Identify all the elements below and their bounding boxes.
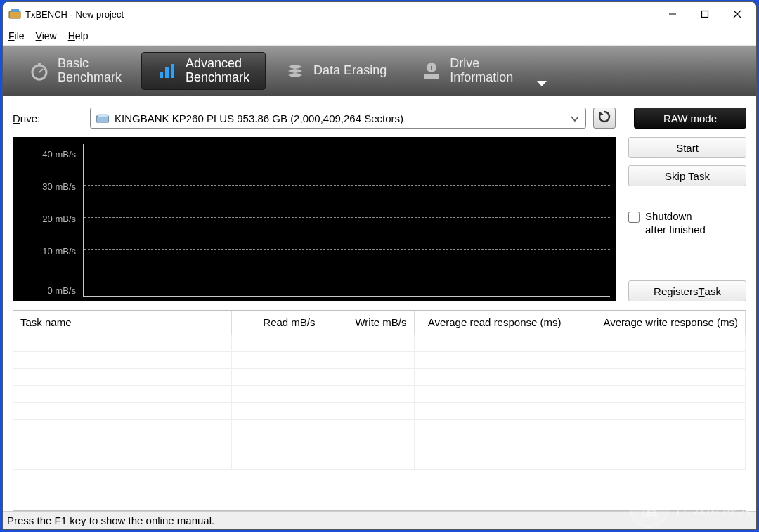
tab-advanced-benchmark[interactable]: Advanced Benchmark <box>141 52 266 90</box>
menu-file[interactable]: File <box>8 30 25 41</box>
svg-rect-16 <box>96 116 109 122</box>
titlebar: TxBENCH - New project <box>3 2 756 26</box>
table-row <box>13 436 746 453</box>
tab-basic-benchmark[interactable]: Basic Benchmark <box>14 52 137 90</box>
drive-label: Drive: <box>13 112 83 124</box>
drive-row: Drive: KINGBANK KP260 PLUS 953.86 GB (2,… <box>13 106 746 130</box>
refresh-icon <box>597 110 611 126</box>
erase-icon <box>285 61 305 81</box>
refresh-button[interactable] <box>593 108 616 129</box>
start-button[interactable]: Start <box>628 137 746 158</box>
application-window: TxBENCH - New project File View Help Bas… <box>2 1 757 530</box>
side-controls: Start Skip Task Shutdown after finished … <box>628 137 746 301</box>
bar-chart-icon <box>157 61 177 81</box>
svg-line-8 <box>39 69 43 72</box>
y-tick: 20 mB/s <box>42 214 76 224</box>
y-tick: 0 mB/s <box>48 285 76 296</box>
table-row <box>13 453 746 469</box>
drive-info-icon: i <box>422 61 441 81</box>
menubar: File View Help <box>3 26 756 46</box>
table-row <box>13 351 746 368</box>
svg-rect-9 <box>160 72 163 78</box>
y-tick: 10 mB/s <box>42 246 76 257</box>
throughput-chart: 40 mB/s 30 mB/s 20 mB/s 10 mB/s 0 mB/s <box>13 137 616 301</box>
shutdown-label: Shutdown after finished <box>645 210 706 237</box>
skip-task-button[interactable]: Skip Task <box>628 165 746 186</box>
svg-rect-17 <box>98 114 108 117</box>
stopwatch-icon <box>30 61 49 81</box>
svg-text:i: i <box>431 63 433 72</box>
col-read[interactable]: Read mB/s <box>231 311 323 335</box>
col-avg-read-resp[interactable]: Average read response (ms) <box>414 311 569 335</box>
svg-marker-15 <box>537 81 547 86</box>
shutdown-checkbox[interactable] <box>628 212 640 223</box>
table-row <box>13 335 746 351</box>
window-title: TxBENCH - New project <box>25 9 656 20</box>
close-button[interactable] <box>721 4 753 25</box>
table-row <box>13 402 746 419</box>
tab-data-erasing[interactable]: Data Erasing <box>270 52 402 90</box>
svg-rect-10 <box>165 67 169 78</box>
svg-rect-7 <box>38 63 41 65</box>
status-text: Press the F1 key to show the online manu… <box>7 514 214 526</box>
table-row <box>13 385 746 402</box>
menu-help[interactable]: Help <box>68 30 89 41</box>
results-table: Task name Read mB/s Write mB/s Average r… <box>13 310 746 511</box>
shutdown-checkbox-row[interactable]: Shutdown after finished <box>628 210 746 237</box>
table-row <box>13 419 746 436</box>
minimize-button[interactable] <box>656 4 689 25</box>
chevron-down-icon <box>570 112 580 124</box>
drive-select[interactable]: KINGBANK KP260 PLUS 953.86 GB (2,000,409… <box>90 108 586 129</box>
table-header-row: Task name Read mB/s Write mB/s Average r… <box>13 311 746 335</box>
svg-rect-11 <box>171 64 174 78</box>
content-area: Drive: KINGBANK KP260 PLUS 953.86 GB (2,… <box>3 96 756 511</box>
svg-rect-0 <box>9 11 20 18</box>
y-tick: 40 mB/s <box>42 149 76 160</box>
svg-rect-1 <box>11 9 19 12</box>
col-task-name[interactable]: Task name <box>13 311 231 335</box>
tab-label: Advanced Benchmark <box>186 57 249 85</box>
drive-selected-text: KINGBANK KP260 PLUS 953.86 GB (2,000,409… <box>115 112 560 124</box>
table-row <box>13 368 746 385</box>
status-bar: Press the F1 key to show the online manu… <box>3 511 756 529</box>
tab-label: Basic Benchmark <box>58 57 122 85</box>
chart-plot-area <box>83 144 610 297</box>
menu-view[interactable]: View <box>36 30 57 41</box>
toolbar-overflow-icon[interactable] <box>536 78 548 91</box>
app-icon <box>8 8 21 20</box>
registers-task-button[interactable]: Registers Task <box>628 280 746 301</box>
raw-mode-label: RAW mode <box>663 112 717 124</box>
tab-label: Data Erasing <box>313 64 387 78</box>
col-avg-write-resp[interactable]: Average write response (ms) <box>569 311 746 335</box>
maximize-button[interactable] <box>689 4 721 25</box>
svg-rect-3 <box>702 11 708 18</box>
col-write[interactable]: Write mB/s <box>323 311 414 335</box>
y-tick: 30 mB/s <box>42 181 76 192</box>
disk-icon <box>96 113 109 123</box>
tab-label: Drive Information <box>450 57 513 85</box>
raw-mode-button[interactable]: RAW mode <box>634 108 746 129</box>
svg-marker-18 <box>599 112 604 116</box>
svg-rect-12 <box>424 74 439 79</box>
toolbar: Basic Benchmark Advanced Benchmark Data … <box>3 46 756 96</box>
tab-drive-information[interactable]: i Drive Information <box>406 52 528 90</box>
